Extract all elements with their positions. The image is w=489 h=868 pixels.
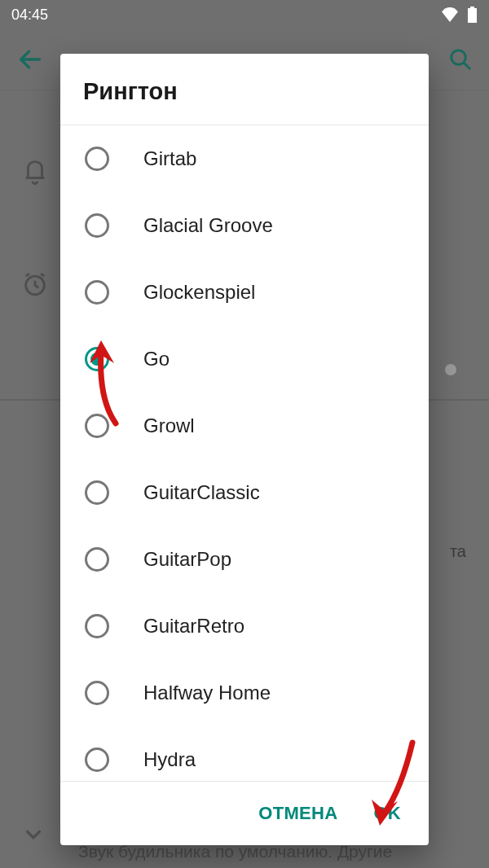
radio-button[interactable] bbox=[85, 480, 109, 505]
status-icons bbox=[441, 7, 478, 23]
ringtone-label: Growl bbox=[143, 414, 195, 437]
ringtone-item[interactable]: Glockenspiel bbox=[60, 259, 429, 326]
search-icon[interactable] bbox=[448, 47, 473, 72]
chevron-down-icon[interactable] bbox=[21, 822, 46, 850]
radio-button[interactable] bbox=[85, 614, 109, 638]
ringtone-label: Glacial Groove bbox=[143, 214, 273, 237]
ringtone-item[interactable]: GuitarPop bbox=[60, 526, 429, 593]
bell-icon bbox=[21, 157, 49, 188]
ringtone-item[interactable]: Growl bbox=[60, 392, 429, 459]
ringtone-label: GuitarPop bbox=[143, 548, 231, 571]
cancel-button[interactable]: ОТМЕНА bbox=[258, 803, 337, 824]
ringtone-label: Halfway Home bbox=[143, 682, 271, 704]
radio-button[interactable] bbox=[85, 681, 109, 705]
radio-button[interactable] bbox=[85, 147, 109, 171]
radio-button[interactable] bbox=[85, 347, 109, 371]
ringtone-item[interactable]: Go bbox=[60, 326, 429, 392]
ringtone-label: Hydra bbox=[143, 748, 196, 771]
radio-button[interactable] bbox=[85, 747, 109, 772]
radio-button[interactable] bbox=[85, 280, 109, 305]
ringtone-item[interactable]: Glacial Groove bbox=[60, 192, 429, 259]
ringtone-label: GuitarRetro bbox=[143, 615, 244, 638]
ringtone-label: Glockenspiel bbox=[143, 281, 255, 304]
radio-button[interactable] bbox=[85, 213, 109, 238]
wifi-icon bbox=[441, 7, 459, 22]
svg-line-1 bbox=[464, 63, 469, 68]
ringtone-item[interactable]: Hydra bbox=[60, 726, 429, 781]
ringtone-item[interactable]: Girtab bbox=[60, 125, 429, 192]
status-bar: 04:45 bbox=[0, 0, 489, 29]
ringtone-list[interactable]: GirtabGlacial GrooveGlockenspielGoGrowlG… bbox=[60, 125, 429, 781]
dialog-buttons: ОТМЕНА OK bbox=[60, 781, 429, 845]
radio-button[interactable] bbox=[85, 547, 109, 572]
ringtone-item[interactable]: Halfway Home bbox=[60, 660, 429, 726]
bg-toggle-indicator bbox=[445, 364, 456, 375]
battery-icon bbox=[467, 7, 478, 23]
ok-button[interactable]: OK bbox=[373, 803, 401, 824]
ringtone-item[interactable]: GuitarRetro bbox=[60, 593, 429, 660]
status-time: 04:45 bbox=[11, 7, 48, 24]
back-arrow-icon[interactable] bbox=[16, 46, 44, 73]
bg-partial-text: та bbox=[450, 542, 466, 561]
ringtone-item[interactable]: GuitarClassic bbox=[60, 459, 429, 526]
ringtone-label: Girtab bbox=[143, 147, 196, 170]
ringtone-label: Go bbox=[143, 348, 170, 370]
dialog-title: Рингтон bbox=[60, 54, 429, 125]
alarm-clock-icon bbox=[21, 270, 49, 301]
radio-button[interactable] bbox=[85, 414, 109, 438]
ringtone-dialog: Рингтон GirtabGlacial GrooveGlockenspiel… bbox=[60, 54, 429, 845]
ringtone-label: GuitarClassic bbox=[143, 481, 260, 504]
